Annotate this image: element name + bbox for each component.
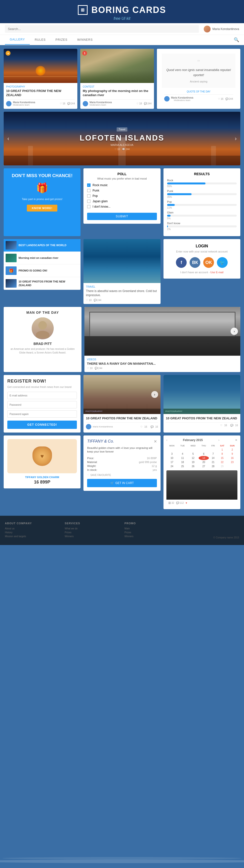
footer-about-item-0[interactable]: About us xyxy=(5,527,60,530)
cal-cell[interactable]: 16 xyxy=(227,456,237,460)
promo-button[interactable]: KNOW MORE! xyxy=(27,205,57,212)
list-item-1[interactable]: Morning mist on canadian river xyxy=(4,252,81,265)
checkbox-rock[interactable]: ✓ xyxy=(87,183,91,187)
list-thumb-1 xyxy=(6,254,17,262)
register-password-input[interactable] xyxy=(7,401,77,408)
cal-cell[interactable]: 1 xyxy=(217,448,227,452)
footer-promo-item-1[interactable]: Prizes xyxy=(124,531,179,534)
banner-author: MARIA ALEXEEVA xyxy=(80,144,164,146)
cal-cell[interactable] xyxy=(166,448,178,452)
urban-heart-icon[interactable]: ♥ xyxy=(186,502,187,504)
cal-cell[interactable] xyxy=(227,464,237,468)
footer-promo-item-2[interactable]: Winners xyxy=(124,535,179,538)
calendar-card: ‹ February 2015 › ✕ MON TUE WED THU FRI … xyxy=(163,435,240,509)
gift-icon: 🎁 xyxy=(8,182,75,194)
cal-cell[interactable]: 23 xyxy=(227,460,237,464)
slide-next-button[interactable]: › xyxy=(231,328,238,335)
weight-value: 12 g xyxy=(152,465,157,467)
cal-cell[interactable]: 15 xyxy=(217,456,227,460)
footer-services-item-1[interactable]: Prizes xyxy=(65,531,120,534)
register-password-confirm-input[interactable] xyxy=(7,410,77,417)
cal-cell[interactable]: 25 xyxy=(178,464,188,468)
footer-services-item-2[interactable]: Winners xyxy=(65,535,120,538)
poll-option-0: ✓ Rock music xyxy=(87,183,157,187)
use-email-link[interactable]: Use E-mail xyxy=(210,271,223,274)
list-item-0[interactable]: BEST LANDSCAPES OF THE WORLD xyxy=(4,239,81,252)
cal-cell[interactable]: 20 xyxy=(199,460,209,464)
quote-likes: ♡ 16 xyxy=(218,98,223,100)
vk-login-button[interactable]: ВК xyxy=(190,257,200,268)
result-item-4: Don't know 1% xyxy=(167,222,237,230)
cal-cell[interactable]: 17 xyxy=(166,460,178,464)
tab-prizes[interactable]: PRIZES xyxy=(51,35,72,44)
cal-cell[interactable]: 10 xyxy=(166,456,178,460)
calendar-prev-button[interactable]: ‹ xyxy=(166,438,167,442)
calendar-week-0: 1 2 xyxy=(166,448,237,452)
cal-cell[interactable]: 5 xyxy=(187,452,199,456)
card-meta-1: Maria Konstantinova Moderators team ♡ 16… xyxy=(6,99,75,106)
cal-cell[interactable] xyxy=(187,448,199,452)
cal-cell[interactable]: 18 xyxy=(178,460,188,464)
cal-cell[interactable]: 7 xyxy=(209,452,217,456)
cal-cell[interactable]: 24 xyxy=(166,464,178,468)
cal-cell[interactable]: 14 xyxy=(209,456,217,460)
checkbox-japan-glam[interactable] xyxy=(87,199,91,203)
checkbox-dont-know[interactable] xyxy=(87,205,91,208)
add-to-cart-button[interactable]: 🛒 GET IN CART xyxy=(87,479,157,487)
urban-image xyxy=(166,470,237,500)
nz-photo-1-next[interactable]: › xyxy=(151,391,158,398)
facebook-login-button[interactable]: f xyxy=(176,257,187,268)
cal-cell[interactable]: 26 xyxy=(187,464,199,468)
twitter-login-button[interactable]: 🐦 xyxy=(217,257,227,268)
cal-cell[interactable]: 12 xyxy=(187,456,199,460)
cal-today[interactable]: 13 xyxy=(199,456,209,460)
cal-day-sat: SAT xyxy=(217,444,227,448)
promo-title: DON'T MISS YOUR CHANCE! xyxy=(8,173,75,179)
cal-cell[interactable]: 4 xyxy=(178,452,188,456)
poll-option-4: I don't know... xyxy=(87,205,157,208)
cal-cell[interactable]: 21 xyxy=(209,460,217,464)
footer-about-item-1[interactable]: History xyxy=(5,531,60,534)
ok-login-button[interactable]: OK xyxy=(203,257,214,268)
banner-prev-button[interactable]: ‹ xyxy=(7,135,9,142)
cal-cell[interactable]: 27 xyxy=(199,464,209,468)
register-submit-button[interactable]: GET CONNECTED! xyxy=(7,421,77,429)
cal-cell[interactable]: 28 xyxy=(209,464,217,468)
list-item-3[interactable]: 10 GREAT PHOTOS FROM THE NEW ZEALAND xyxy=(4,277,81,290)
cal-cell[interactable]: 22 xyxy=(217,460,227,464)
poll-submit-button[interactable]: SUBMIT xyxy=(87,213,157,220)
footer-about-item-2[interactable]: Mission and targets xyxy=(5,535,60,538)
tab-rules[interactable]: RULES xyxy=(30,35,51,44)
cal-cell[interactable]: 2 xyxy=(227,448,237,452)
quote-author-info: Maria Konstantinova Moderators team xyxy=(171,96,193,101)
shop-close-button[interactable]: ✕ xyxy=(154,439,157,444)
list-item-2[interactable]: 🎁 PROMO IS GOING ON! xyxy=(4,265,81,277)
nav-search-input[interactable] xyxy=(5,25,199,33)
cal-cell[interactable] xyxy=(178,448,188,452)
cal-cell[interactable]: 9 xyxy=(227,452,237,456)
cal-cell[interactable] xyxy=(209,448,217,452)
cal-cell[interactable]: 8 xyxy=(217,452,227,456)
nz-photo-2-title: 10 GREAT PHOTOS FROM THE NEW ZEALAND xyxy=(166,416,238,421)
calendar-next-button[interactable]: › xyxy=(218,438,219,442)
cal-cell[interactable]: 19 xyxy=(187,460,199,464)
cal-cell[interactable]: 6 xyxy=(199,452,209,456)
footer-promo-item-0[interactable]: Main xyxy=(124,527,179,530)
result-item-2: Pop 11% xyxy=(167,200,237,209)
cal-cell[interactable]: 29 xyxy=(217,464,227,468)
register-email-input[interactable] xyxy=(7,392,77,399)
checkbox-pop[interactable] xyxy=(87,194,91,197)
banner-next-button[interactable]: › xyxy=(235,135,237,142)
tab-winners[interactable]: WINNERS xyxy=(72,35,98,44)
tab-gallery[interactable]: GALLERY xyxy=(5,35,30,44)
cal-cell[interactable]: 11 xyxy=(178,456,188,460)
search-icon[interactable]: 🔍 xyxy=(234,37,239,42)
checkbox-punk[interactable] xyxy=(87,189,91,192)
cal-cell[interactable]: 3 xyxy=(166,452,178,456)
calendar-close-button[interactable]: ✕ xyxy=(235,438,237,442)
footer-services-item-0[interactable]: What we do xyxy=(65,527,120,530)
cal-cell[interactable] xyxy=(199,448,209,452)
list-item-title-3: 10 GREAT PHOTOS FROM THE NEW ZEALAND xyxy=(19,280,79,287)
cal-day-fri: FRI xyxy=(209,444,217,448)
list-ocean-login-row: BEST LANDSCAPES OF THE WORLD Morning mis… xyxy=(4,239,240,304)
